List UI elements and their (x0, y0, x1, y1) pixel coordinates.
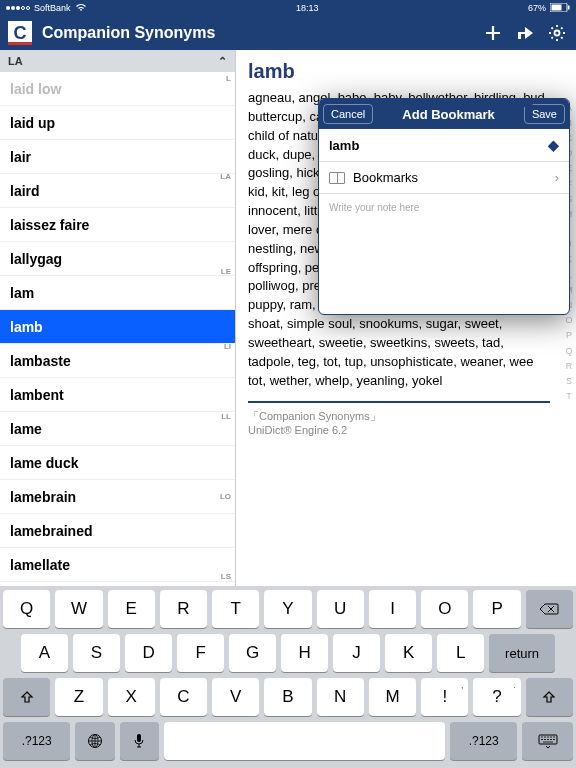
sidebar-item[interactable]: laird (0, 174, 235, 208)
app-header: C Companion Synonyms (0, 16, 576, 50)
key-hide[interactable] (522, 722, 573, 760)
key-space[interactable] (164, 722, 445, 760)
sidebar-section-header: LA ⌃ (0, 50, 235, 72)
key-shift[interactable] (526, 678, 573, 716)
key-shift[interactable] (3, 678, 50, 716)
key-punct[interactable]: !, (421, 678, 468, 716)
sidebar-item[interactable]: laid up (0, 106, 235, 140)
headword: lamb (248, 60, 550, 83)
key-x[interactable]: X (108, 678, 155, 716)
sidebar-item[interactable]: lame duck (0, 446, 235, 480)
settings-button[interactable] (546, 24, 568, 42)
key-globe[interactable] (75, 722, 114, 760)
key-c[interactable]: C (160, 678, 207, 716)
key-k[interactable]: K (385, 634, 432, 672)
svg-rect-6 (137, 734, 141, 742)
key-numbers-right[interactable]: .?123 (450, 722, 517, 760)
app-logo: C (8, 21, 32, 45)
bookmark-word-row: lamb ◆ (319, 129, 569, 162)
collapse-icon[interactable]: ⌃ (218, 55, 227, 68)
key-r[interactable]: R (160, 590, 207, 628)
share-button[interactable] (514, 25, 536, 41)
key-u[interactable]: U (317, 590, 364, 628)
key-w[interactable]: W (55, 590, 102, 628)
note-field[interactable]: Write your note here (319, 194, 569, 314)
key-q[interactable]: Q (3, 590, 50, 628)
svg-point-3 (555, 31, 560, 36)
sidebar-item[interactable]: lambent (0, 378, 235, 412)
sidebar-item[interactable]: lair (0, 140, 235, 174)
key-numbers[interactable]: .?123 (3, 722, 70, 760)
pin-icon[interactable]: ◆ (548, 137, 559, 153)
chevron-right-icon: › (555, 170, 559, 185)
save-button[interactable]: Save (524, 104, 565, 124)
battery-pct: 67% (528, 3, 546, 13)
sidebar-item[interactable]: lambaste (0, 344, 235, 378)
word-sidebar: LA ⌃ LLALELILLLOLS laid lowlaid uplairla… (0, 50, 236, 586)
source-footer: 「Companion Synonyms」 UniDict® Engine 6.2 (248, 401, 550, 436)
key-b[interactable]: B (264, 678, 311, 716)
popover-title: Add Bookmark (402, 107, 494, 122)
clock: 18:13 (296, 3, 319, 13)
battery-icon (550, 3, 570, 14)
key-y[interactable]: Y (264, 590, 311, 628)
keyboard: QWERTYUIOP ASDFGHJKLreturn ZXCVBNM!,?. .… (0, 586, 576, 768)
key-l[interactable]: L (437, 634, 484, 672)
svg-rect-1 (551, 4, 561, 10)
wifi-icon (75, 3, 87, 14)
add-bookmark-popover: Cancel Add Bookmark Save lamb ◆ Bookmark… (318, 98, 570, 315)
key-z[interactable]: Z (55, 678, 102, 716)
carrier: SoftBank (34, 3, 71, 13)
key-dictation[interactable] (120, 722, 159, 760)
key-h[interactable]: H (281, 634, 328, 672)
sidebar-item[interactable]: lam (0, 276, 235, 310)
cancel-button[interactable]: Cancel (323, 104, 373, 124)
key-e[interactable]: E (108, 590, 155, 628)
svg-rect-2 (568, 5, 570, 9)
sidebar-item[interactable]: lallygag (0, 242, 235, 276)
sidebar-item[interactable]: lamebrain (0, 480, 235, 514)
key-backspace[interactable] (526, 590, 573, 628)
sidebar-item[interactable]: lame (0, 412, 235, 446)
app-title: Companion Synonyms (42, 24, 472, 42)
key-a[interactable]: A (21, 634, 68, 672)
key-g[interactable]: G (229, 634, 276, 672)
sidebar-item[interactable]: lamebrained (0, 514, 235, 548)
key-j[interactable]: J (333, 634, 380, 672)
key-o[interactable]: O (421, 590, 468, 628)
key-p[interactable]: P (473, 590, 520, 628)
sidebar-item[interactable]: laissez faire (0, 208, 235, 242)
key-punct[interactable]: ?. (473, 678, 520, 716)
key-m[interactable]: M (369, 678, 416, 716)
key-s[interactable]: S (73, 634, 120, 672)
sidebar-item[interactable]: lamellate (0, 548, 235, 582)
key-n[interactable]: N (317, 678, 364, 716)
key-i[interactable]: I (369, 590, 416, 628)
key-v[interactable]: V (212, 678, 259, 716)
add-button[interactable] (482, 24, 504, 42)
status-bar: SoftBank 18:13 67% (0, 0, 576, 16)
sidebar-item[interactable]: lamb (0, 310, 235, 344)
key-d[interactable]: D (125, 634, 172, 672)
bookmark-folder-row[interactable]: Bookmarks › (319, 162, 569, 194)
sidebar-item[interactable]: lament (0, 582, 235, 586)
book-icon (329, 172, 345, 184)
key-f[interactable]: F (177, 634, 224, 672)
key-t[interactable]: T (212, 590, 259, 628)
key-return[interactable]: return (489, 634, 555, 672)
sidebar-item[interactable]: laid low (0, 72, 235, 106)
